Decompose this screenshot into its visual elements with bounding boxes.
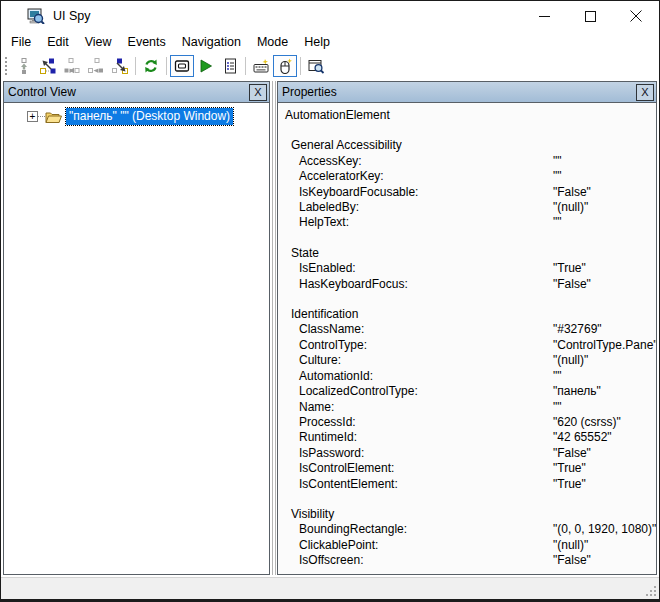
- property-row: AcceleratorKey:"": [282, 169, 652, 184]
- property-value: "(null)": [553, 200, 588, 215]
- keyboard-focus-tracking-button[interactable]: [249, 55, 273, 77]
- properties-list: AutomationElement General Accessibility …: [278, 103, 656, 574]
- maximize-button[interactable]: [567, 1, 613, 31]
- panel-splitter[interactable]: [270, 81, 277, 575]
- event-details-button[interactable]: [218, 55, 242, 77]
- focus-highlight-toggle[interactable]: [170, 55, 194, 77]
- property-value: "": [553, 400, 562, 415]
- menu-view[interactable]: View: [78, 33, 119, 51]
- property-row: Name:"": [282, 400, 652, 415]
- resize-grip[interactable]: [646, 586, 656, 596]
- control-view-panel: Control View X + "панель" "" (Desktop Wi…: [3, 81, 270, 575]
- property-label: IsPassword:: [299, 446, 364, 460]
- automation-element-heading: AutomationElement: [282, 108, 652, 123]
- menu-events[interactable]: Events: [121, 33, 173, 51]
- title-bar: UI Spy: [1, 1, 659, 31]
- property-row: ProcessId:"620 (csrss)": [282, 415, 652, 430]
- section-heading: Identification: [282, 307, 652, 322]
- property-label: ClickablePoint:: [299, 538, 378, 552]
- control-view-header: Control View X: [4, 82, 269, 103]
- menu-file[interactable]: File: [4, 33, 38, 51]
- property-value: "": [553, 169, 562, 184]
- navigate-up-button[interactable]: [12, 55, 36, 77]
- close-button[interactable]: [613, 1, 659, 31]
- navigate-first-child-button[interactable]: [108, 55, 132, 77]
- navigate-previous-sibling-icon: [88, 58, 104, 74]
- main-area: Control View X + "панель" "" (Desktop Wi…: [1, 79, 659, 577]
- refresh-button[interactable]: [139, 55, 163, 77]
- property-value: "False": [553, 185, 591, 200]
- tree-connector: [38, 116, 45, 117]
- property-value: "ControlType.Pane": [553, 338, 656, 353]
- property-label: Name:: [299, 400, 334, 414]
- property-row: IsPassword:"False": [282, 446, 652, 461]
- keyboard-icon: [253, 58, 270, 74]
- navigate-previous-sibling-button[interactable]: [84, 55, 108, 77]
- property-value: "(null)": [553, 353, 588, 368]
- mouse-tracking-toggle[interactable]: [273, 55, 297, 77]
- properties-panel: Properties X AutomationElement General A…: [277, 81, 657, 575]
- navigate-next-sibling-icon: [64, 58, 80, 74]
- section-state: State IsEnabled:"True" HasKeyboardFocus:…: [282, 246, 652, 292]
- property-label: IsEnabled:: [299, 261, 356, 275]
- property-row: IsEnabled:"True": [282, 261, 652, 276]
- property-row: IsControlElement:"True": [282, 461, 652, 476]
- tree-item-label[interactable]: "панель" "" (Desktop Window): [66, 108, 233, 125]
- menu-help[interactable]: Help: [297, 33, 337, 51]
- properties-title: Properties: [282, 85, 337, 99]
- property-row: IsContentElement:"True": [282, 477, 652, 492]
- property-label: AutomationId:: [299, 369, 373, 383]
- property-label: RuntimeId:: [299, 430, 357, 444]
- property-value: "42 65552": [553, 430, 612, 445]
- menu-navigation[interactable]: Navigation: [175, 33, 248, 51]
- property-value: "": [553, 369, 562, 384]
- property-label: BoundingRectangle:: [299, 522, 407, 536]
- toolbar-separator: [135, 57, 136, 75]
- control-view-close-button[interactable]: X: [249, 84, 267, 101]
- property-value: "False": [553, 277, 591, 292]
- navigate-next-sibling-button[interactable]: [60, 55, 84, 77]
- menu-bar: File Edit View Events Navigation Mode He…: [1, 31, 659, 53]
- property-value: "": [553, 154, 562, 169]
- section-identification: Identification ClassName:"#32769" Contro…: [282, 307, 652, 492]
- find-window-button[interactable]: [304, 55, 328, 77]
- property-row: HasKeyboardFocus:"False": [282, 277, 652, 292]
- property-row: AutomationId:"": [282, 369, 652, 384]
- minimize-button[interactable]: [521, 1, 567, 31]
- property-value: "(0, 0, 1920, 1080)": [553, 522, 656, 537]
- play-icon: [198, 58, 214, 74]
- property-label: ClassName:: [299, 322, 364, 336]
- menu-edit[interactable]: Edit: [40, 33, 76, 51]
- navigate-up-icon: [16, 58, 32, 74]
- property-label: AccessKey:: [299, 154, 362, 168]
- property-label: IsOffscreen:: [299, 553, 363, 567]
- toolbar-separator: [245, 57, 246, 75]
- property-row: HelpText:"": [282, 215, 652, 230]
- folder-icon: [45, 110, 62, 124]
- property-value: "": [553, 215, 562, 230]
- property-value: "False": [553, 446, 591, 461]
- refresh-icon: [143, 58, 159, 74]
- menu-mode[interactable]: Mode: [250, 33, 295, 51]
- property-label: LocalizedControlType:: [299, 384, 418, 398]
- property-label: HelpText:: [299, 215, 349, 229]
- toolbar-grip[interactable]: [4, 57, 8, 75]
- expand-plus-icon[interactable]: +: [27, 111, 38, 122]
- property-row: Culture:"(null)": [282, 353, 652, 368]
- navigate-first-child-icon: [112, 58, 128, 74]
- properties-header: Properties X: [278, 82, 656, 103]
- window-controls: [521, 1, 659, 31]
- start-button[interactable]: [194, 55, 218, 77]
- property-value: "панель": [553, 384, 601, 399]
- app-icon: [27, 8, 45, 24]
- property-row: ClassName:"#32769": [282, 322, 652, 337]
- properties-close-button[interactable]: X: [636, 84, 654, 101]
- toolbar-separator: [166, 57, 167, 75]
- property-row: ClickablePoint:"(null)": [282, 538, 652, 553]
- property-value: "True": [553, 461, 586, 476]
- navigate-parent-button[interactable]: [36, 55, 60, 77]
- navigate-parent-icon: [40, 58, 56, 74]
- property-label: IsControlElement:: [299, 461, 394, 475]
- tree-item-desktop-window[interactable]: + "панель" "" (Desktop Window): [6, 108, 267, 125]
- window-title: UI Spy: [53, 9, 91, 23]
